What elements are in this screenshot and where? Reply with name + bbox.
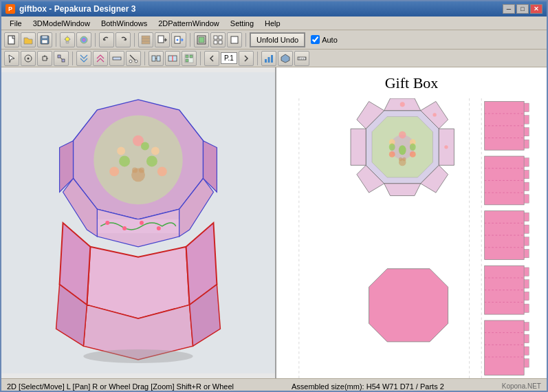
new-button[interactable]: [4, 32, 19, 47]
3d-view[interactable]: [1, 67, 276, 378]
maximize-button[interactable]: □: [516, 4, 529, 14]
menu-2dpatternwindow[interactable]: 2DPatternWindow: [153, 18, 225, 29]
svg-rect-125: [524, 195, 529, 203]
measure-button[interactable]: [294, 51, 309, 66]
toolbar1: Unfold Undo Auto: [1, 30, 547, 50]
menu-3dmodelwindow[interactable]: 3DModelWindow: [28, 18, 96, 29]
minimize-button[interactable]: ─: [503, 4, 515, 14]
2d-pattern-view[interactable]: Gift Box: [276, 67, 547, 378]
statusbar: 2D [Select/Move] L [Pan] R or Wheel Drag…: [1, 378, 547, 392]
svg-point-91: [389, 151, 395, 157]
svg-point-25: [28, 57, 30, 59]
arrange-button[interactable]: [182, 51, 197, 66]
separator-t2-3: [200, 52, 201, 65]
svg-point-81: [83, 349, 193, 363]
status-center: Assembled size(mm): H54 W71 D71 / Parts …: [292, 382, 444, 391]
svg-rect-124: [524, 182, 529, 190]
svg-rect-117: [524, 140, 529, 148]
separator5: [245, 33, 246, 47]
svg-marker-105: [351, 129, 366, 165]
3d-button[interactable]: [278, 51, 293, 66]
fold-button[interactable]: [76, 51, 91, 66]
svg-marker-103: [384, 184, 421, 196]
toolbar2: P.1: [1, 50, 547, 67]
svg-rect-34: [157, 56, 160, 61]
svg-point-60: [132, 167, 138, 173]
export-button[interactable]: [171, 32, 186, 47]
window-controls[interactable]: ─ □ ✕: [503, 4, 542, 14]
svg-point-88: [399, 131, 406, 139]
select-button[interactable]: [4, 51, 19, 66]
save-button[interactable]: [37, 32, 52, 47]
split-button[interactable]: [165, 51, 180, 66]
redo-button[interactable]: [116, 32, 131, 47]
svg-rect-40: [190, 55, 193, 58]
chart-button[interactable]: [261, 51, 276, 66]
svg-rect-22: [219, 41, 222, 44]
light-button[interactable]: [60, 32, 75, 47]
svg-rect-27: [62, 59, 65, 62]
svg-rect-115: [524, 116, 529, 124]
unfold-undo-button[interactable]: Unfold Undo: [250, 32, 305, 47]
svg-point-61: [139, 167, 144, 173]
svg-rect-123: [524, 170, 529, 178]
prev-page-button[interactable]: [204, 51, 219, 66]
import-button[interactable]: [155, 32, 170, 47]
status-brand: Kopona.NET: [502, 382, 541, 390]
close-button[interactable]: ✕: [530, 4, 542, 14]
texture-button[interactable]: [138, 32, 153, 47]
svg-rect-147: [524, 323, 529, 331]
svg-point-64: [141, 142, 149, 151]
cut-button[interactable]: [126, 51, 141, 66]
menu-setting[interactable]: Setting: [225, 18, 259, 29]
svg-point-10: [80, 36, 87, 43]
svg-point-93: [399, 145, 406, 155]
auto-checkbox-container[interactable]: Auto: [311, 35, 338, 44]
svg-line-28: [61, 58, 62, 59]
svg-point-98: [402, 157, 406, 161]
menu-bothwindows[interactable]: BothWindows: [96, 18, 153, 29]
svg-rect-19: [214, 36, 217, 39]
svg-rect-116: [524, 127, 529, 135]
svg-rect-41: [186, 59, 188, 62]
scale-button[interactable]: [54, 51, 69, 66]
rotate-button[interactable]: [37, 51, 52, 66]
svg-rect-14: [158, 36, 164, 43]
svg-rect-148: [524, 334, 529, 342]
color-button[interactable]: [76, 32, 91, 47]
view-single-button[interactable]: [227, 32, 242, 47]
separator2: [95, 33, 96, 47]
separator: [56, 33, 56, 47]
svg-point-4: [65, 37, 69, 41]
svg-marker-134: [369, 269, 448, 342]
svg-marker-45: [281, 54, 289, 63]
svg-point-57: [109, 166, 119, 176]
next-page-button[interactable]: [239, 51, 254, 66]
undo-button[interactable]: [99, 32, 114, 47]
svg-rect-29: [113, 57, 121, 60]
svg-point-32: [135, 60, 138, 63]
open-button[interactable]: [21, 32, 36, 47]
svg-point-63: [119, 155, 130, 166]
svg-rect-11: [142, 36, 150, 44]
menu-help[interactable]: Help: [259, 18, 286, 29]
auto-label: Auto: [322, 36, 338, 44]
svg-rect-139: [524, 268, 529, 276]
separator4: [190, 33, 190, 47]
unfold-part-button[interactable]: [93, 51, 108, 66]
view-button[interactable]: [210, 32, 226, 47]
zoom-fit-button[interactable]: [194, 32, 209, 47]
join-button[interactable]: [149, 51, 164, 66]
move-button[interactable]: [21, 51, 36, 66]
svg-rect-20: [219, 36, 222, 39]
svg-rect-133: [524, 249, 529, 257]
flatten-button[interactable]: [109, 51, 124, 66]
separator3: [134, 33, 135, 47]
svg-rect-2: [42, 36, 47, 39]
menu-file[interactable]: File: [4, 18, 28, 29]
separator-t2-2: [144, 52, 145, 65]
separator-t2-4: [257, 52, 258, 65]
svg-rect-3: [42, 40, 47, 43]
auto-checkbox[interactable]: [311, 35, 320, 44]
svg-point-58: [157, 166, 167, 176]
